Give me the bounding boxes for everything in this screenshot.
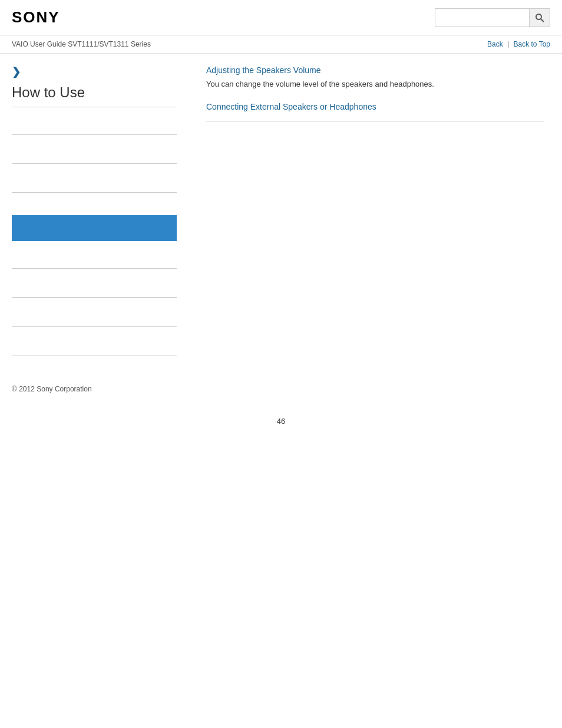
content-entry-2: Connecting External Speakers or Headphon… bbox=[206, 102, 544, 121]
back-to-top-link[interactable]: Back to Top bbox=[514, 40, 550, 48]
page-number: 46 bbox=[0, 405, 562, 437]
nav-separator: | bbox=[507, 40, 511, 48]
content-area: Adjusting the Speakers Volume You can ch… bbox=[189, 54, 562, 373]
svg-line-1 bbox=[541, 19, 544, 22]
sidebar-divider-4 bbox=[12, 268, 177, 269]
sidebar-chevron: ❯ bbox=[12, 65, 177, 78]
sidebar-blank-8 bbox=[12, 332, 177, 349]
search-box-wrapper bbox=[435, 8, 550, 27]
sidebar-title: How to Use bbox=[12, 84, 177, 107]
search-input[interactable] bbox=[435, 8, 529, 27]
content-divider bbox=[206, 121, 544, 121]
navbar: VAIO User Guide SVT1111/SVT1311 Series B… bbox=[0, 35, 562, 54]
content-entry-1: Adjusting the Speakers Volume You can ch… bbox=[206, 65, 544, 90]
search-button[interactable] bbox=[529, 8, 550, 27]
footer-copyright: © 2012 Sony Corporation bbox=[0, 373, 562, 405]
sidebar-divider-7 bbox=[12, 355, 177, 355]
sidebar-blank-7 bbox=[12, 304, 177, 320]
description-adjusting-speakers: You can change the volume level of the s… bbox=[206, 78, 544, 90]
sidebar-blank-6 bbox=[12, 275, 177, 291]
sidebar-divider-6 bbox=[12, 326, 177, 327]
link-connecting-external-speakers[interactable]: Connecting External Speakers or Headphon… bbox=[206, 102, 544, 111]
sidebar: ❯ How to Use bbox=[0, 54, 189, 373]
sidebar-blank-4 bbox=[12, 199, 177, 210]
sidebar-blank-5 bbox=[12, 246, 177, 262]
sony-logo: SONY bbox=[12, 8, 60, 27]
nav-links: Back | Back to Top bbox=[487, 40, 550, 48]
header: SONY bbox=[0, 0, 562, 35]
sidebar-divider-5 bbox=[12, 297, 177, 298]
sidebar-blank-3 bbox=[12, 170, 177, 186]
sidebar-divider-3 bbox=[12, 192, 177, 193]
svg-point-0 bbox=[536, 14, 541, 19]
main-container: ❯ How to Use Adjusting the Speakers Volu… bbox=[0, 54, 562, 373]
back-link[interactable]: Back bbox=[487, 40, 503, 48]
sidebar-active-item[interactable] bbox=[12, 215, 177, 241]
sidebar-divider-2 bbox=[12, 163, 177, 164]
sidebar-blank-1 bbox=[12, 112, 177, 129]
link-adjusting-speakers-volume[interactable]: Adjusting the Speakers Volume bbox=[206, 65, 544, 75]
guide-title: VAIO User Guide SVT1111/SVT1311 Series bbox=[12, 40, 151, 48]
search-icon bbox=[535, 13, 544, 22]
sidebar-blank-2 bbox=[12, 141, 177, 157]
sidebar-divider-1 bbox=[12, 134, 177, 135]
